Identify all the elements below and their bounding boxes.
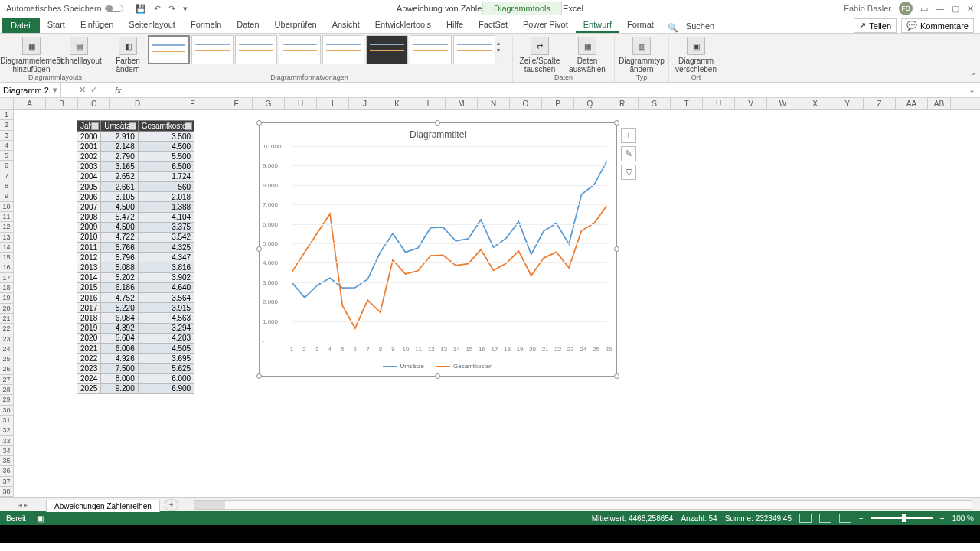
table-row[interactable]: 20175.2203.915 [77,303,194,313]
cancel-formula-icon[interactable]: ✕ [79,85,86,95]
table-header[interactable]: Jahr [77,121,101,132]
row-header[interactable]: 28 [0,385,14,395]
col-header[interactable]: AB [928,98,951,109]
row-header[interactable]: 29 [0,395,14,405]
table-cell[interactable]: 2.018 [138,192,194,202]
col-header[interactable]: L [413,98,446,109]
fx-icon[interactable]: fx [115,86,129,95]
chart-style-5[interactable] [322,35,364,64]
row-header[interactable]: 14 [0,243,14,253]
filter-icon[interactable] [185,122,192,130]
table-row[interactable]: 20002.9103.500 [77,132,194,142]
table-cell[interactable]: 4.500 [138,142,194,152]
col-header[interactable]: K [381,98,413,109]
tab-start[interactable]: Start [40,18,73,33]
tab-file[interactable]: Datei [2,18,40,33]
table-cell[interactable]: 5.220 [101,303,138,313]
tab-ansicht[interactable]: Ansicht [325,18,368,33]
table-cell[interactable]: 2019 [77,323,101,333]
chart-style-2[interactable] [191,35,234,64]
col-header[interactable]: M [446,98,478,109]
table-row[interactable]: 20216.0064.505 [77,343,194,353]
chart-style-8[interactable] [453,35,495,64]
table-row[interactable]: 20156.1864.640 [77,282,194,292]
table-cell[interactable]: 2012 [77,253,101,262]
tab-überprüfen[interactable]: Überprüfen [267,18,325,33]
close-icon[interactable]: ✕ [967,4,974,14]
table-cell[interactable]: 2016 [77,293,101,303]
col-header[interactable]: W [767,98,799,109]
table-cell[interactable]: 4.563 [138,313,194,323]
row-header[interactable]: 20 [0,304,14,314]
col-header[interactable]: G [253,98,285,109]
zoom-slider[interactable] [871,517,933,519]
table-row[interactable]: 20094.5003.375 [77,222,194,232]
chart-elements-button[interactable]: + [621,128,636,143]
quick-layout-button[interactable]: ▤ Schnelllayout [57,35,101,65]
comments-button[interactable]: 💬 Kommentare [901,18,974,33]
table-row[interactable]: 20205.6044.203 [77,333,194,343]
col-header[interactable]: C [78,98,110,109]
undo-icon[interactable]: ↶ [154,4,161,14]
search-field[interactable]: Suchen [678,19,722,33]
tab-factset[interactable]: FactSet [471,18,515,33]
row-header[interactable]: 18 [0,283,14,293]
table-cell[interactable]: 5.796 [101,253,138,262]
table-cell[interactable]: 2010 [77,232,101,242]
table-cell[interactable]: 2017 [77,303,101,313]
row-header[interactable]: 11 [0,212,14,222]
table-cell[interactable]: 6.084 [101,313,138,323]
col-header[interactable]: AA [896,98,928,109]
table-cell[interactable]: 2008 [77,212,101,222]
col-header[interactable]: U [703,98,735,109]
row-header[interactable]: 30 [0,406,14,416]
table-cell[interactable]: 2.652 [101,171,138,181]
table-cell[interactable]: 2013 [77,262,101,272]
row-header[interactable]: 3 [0,131,14,141]
table-cell[interactable]: 3.500 [138,132,194,142]
table-row[interactable]: 20063.1052.018 [77,192,194,202]
table-cell[interactable]: 6.006 [101,343,138,353]
row-header[interactable]: 35 [0,456,14,466]
row-header[interactable]: 13 [0,233,14,243]
row-header[interactable]: 37 [0,477,14,487]
resize-handle[interactable] [256,373,262,379]
table-cell[interactable]: 2024 [77,373,101,383]
table-row[interactable]: 20042.6521.724 [77,171,194,181]
col-header[interactable]: S [639,98,671,109]
resize-handle[interactable] [435,373,440,379]
table-cell[interactable]: 4.722 [101,232,138,242]
table-header[interactable]: Gesamtkosten [138,121,194,132]
row-header[interactable]: 2 [0,120,14,130]
chart-style-4[interactable] [279,35,321,64]
table-cell[interactable]: 7.500 [101,364,138,373]
styles-more[interactable]: ⎯ [497,54,508,60]
row-header[interactable]: 17 [0,273,14,283]
table-cell[interactable]: 2014 [77,272,101,282]
row-header[interactable]: 7 [0,171,14,181]
col-header[interactable]: T [671,98,703,109]
table-row[interactable]: 20104.7223.542 [77,232,194,242]
row-header[interactable]: 34 [0,446,14,456]
row-header[interactable]: 19 [0,293,14,303]
table-header[interactable]: Umsätze [101,121,138,132]
tab-format[interactable]: Format [619,18,662,33]
tab-formeln[interactable]: Formeln [183,18,229,33]
table-cell[interactable]: 6.000 [138,373,194,383]
table-cell[interactable]: 5.202 [101,272,138,282]
table-row[interactable]: 20145.2023.902 [77,272,194,282]
add-sheet-button[interactable]: + [165,499,178,511]
row-header[interactable]: 25 [0,354,14,364]
change-chart-type-button[interactable]: ▥ Diagrammtyp ändern [619,35,664,73]
table-row[interactable]: 20237.5005.625 [77,364,194,373]
table-cell[interactable]: 1.388 [138,202,194,212]
col-header[interactable]: X [799,98,831,109]
table-cell[interactable]: 2004 [77,171,101,181]
row-header[interactable]: 23 [0,334,14,344]
table-cell[interactable]: 2.661 [101,181,138,191]
tab-einfügen[interactable]: Einfügen [73,18,121,33]
zoom-out-icon[interactable]: − [859,514,864,523]
row-header[interactable]: 24 [0,344,14,354]
table-cell[interactable]: 3.564 [138,293,194,303]
tab-hilfe[interactable]: Hilfe [439,18,471,33]
